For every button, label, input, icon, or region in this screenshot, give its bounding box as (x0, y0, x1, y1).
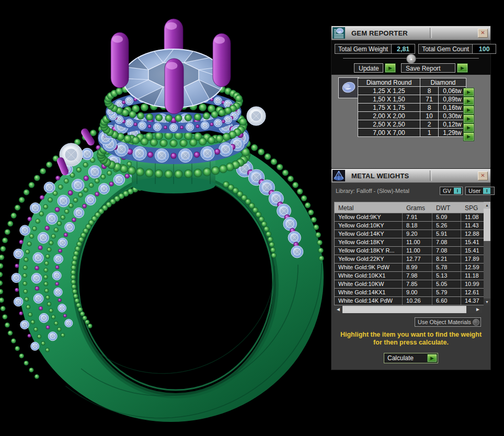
gem-reporter-icon (331, 26, 346, 40)
horizontal-scrollbar[interactable]: ◄ ► (334, 306, 482, 313)
save-report-run-button[interactable]: ▶ (457, 63, 468, 73)
titlebar-groove (430, 170, 432, 181)
gem-row-select-button[interactable]: ▶ (463, 123, 474, 132)
horizontal-scroll-thumb[interactable] (342, 306, 466, 313)
gem-table-row[interactable]: 7,00 X 7,0011,29tw (358, 129, 466, 137)
gem-row-select-button[interactable]: ▶ (463, 114, 474, 123)
gem-row-select-button[interactable]: ▶ (463, 97, 474, 106)
gem-row-select-button[interactable]: ▶ (463, 88, 474, 97)
user-toggle-button[interactable]: User I (465, 187, 495, 195)
total-gem-count-value: 100 (472, 44, 496, 53)
gem-reporter-title: GEM REPORTER (346, 26, 478, 40)
gem-table-row[interactable]: 1,25 X 1,2580,06tw (358, 87, 466, 95)
gem-table-row[interactable]: 2,00 X 2,00100,30tw (358, 112, 466, 120)
save-report-button[interactable]: Save Report (401, 63, 455, 73)
metal-table-row[interactable]: Yellow Gold:9KY7.915.0911.08 (335, 213, 488, 222)
gem-table-row[interactable]: 1,50 X 1,50710,89tw (358, 95, 466, 104)
calculate-hint-text: Highlight the item you want to find the … (331, 331, 490, 347)
total-gem-weight-label: Total Gem Weight (335, 44, 391, 53)
scroll-right-icon[interactable]: ► (474, 306, 482, 313)
use-object-materials-button[interactable]: Use Object Materials (415, 317, 481, 327)
total-gem-weight-group: Total Gem Weight 2,81 (335, 44, 415, 54)
library-row: Library: Falloff - (Slow)-Metal GV I Use… (331, 183, 490, 199)
metal-table-header[interactable]: Metal Grams DWT SPG (334, 202, 489, 213)
gem-thumbnail[interactable] (338, 77, 359, 98)
calculate-run-icon: ▶ (427, 354, 437, 362)
scroll-up-icon[interactable]: ▲ (484, 202, 490, 209)
gem-row-select-button[interactable]: ▶ (463, 132, 474, 141)
gv-toggle-state: I (454, 188, 461, 194)
metal-table-row[interactable]: White Gold:10KW7.855.0510.99 (335, 280, 488, 289)
metal-weights-title: METAL WEIGHTS (346, 169, 478, 182)
calculate-button[interactable]: Calculate ▶ (384, 353, 438, 363)
library-label: Library: Falloff - (Slow)-Metal (336, 188, 409, 194)
metal-weights-panel: METAL WEIGHTS ✕ Library: Falloff - (Slow… (331, 168, 491, 370)
gem-row-select-button[interactable]: ▶ (463, 106, 474, 114)
gem-reporter-summary: Total Gem Weight 2,81 Total Gem Count 10… (331, 40, 490, 75)
metal-table-row[interactable]: White Gold:9K PdW8.995.7812.59 (335, 263, 488, 272)
user-toggle-state: I (483, 188, 490, 194)
gem-col-header-material: Diamond (420, 78, 466, 87)
update-run-button[interactable]: ▶ (385, 63, 396, 73)
gem-table: Diamond Round Diamond 1,25 X 1,2580,06tw… (358, 78, 466, 137)
metal-table-row[interactable]: Yellow Gold:10KY8.185.2611.43 (335, 222, 488, 230)
titlebar-groove (430, 28, 432, 38)
gv-toggle-button[interactable]: GV I (440, 187, 463, 195)
total-gem-weight-value: 2,81 (391, 44, 415, 53)
metal-weights-icon (331, 169, 346, 182)
total-gem-count-label: Total Gem Count (419, 44, 472, 53)
scroll-left-icon[interactable]: ◄ (334, 306, 342, 313)
metal-table-row[interactable]: Yellow Gold:22KY12.778.2117.89 (335, 255, 488, 263)
metal-table: Metal Grams DWT SPG Yellow Gold:9KY7.915… (334, 202, 489, 305)
metal-table-row[interactable]: White Gold:14KX19.005.7912.61 (335, 289, 488, 297)
metal-weights-titlebar[interactable]: METAL WEIGHTS ✕ (331, 169, 490, 183)
vertical-scroll-thumb[interactable] (484, 209, 490, 241)
gem-table-row[interactable]: 2,50 X 2,5020,12tw (358, 120, 466, 129)
gem-reporter-titlebar[interactable]: GEM REPORTER ✕ (331, 26, 490, 40)
gem-reporter-panel: GEM REPORTER ✕ Total Gem Weight 2,81 Tot… (331, 26, 491, 167)
metal-table-row[interactable]: Yellow Gold:18KY11.007.0815.41 (335, 238, 488, 247)
metal-weights-close-button[interactable]: ✕ (478, 171, 488, 180)
metal-table-row[interactable]: White Gold:10KX17.985.1311.18 (335, 272, 488, 280)
metal-table-row[interactable]: Yellow Gold:14KY9.205.9112.88 (335, 230, 488, 238)
metal-table-row[interactable]: White Gold:14K PdW10.266.6014.37 (335, 297, 488, 305)
gem-col-header-type: Diamond Round (358, 78, 420, 87)
gem-table-zone: Diamond Round Diamond 1,25 X 1,2580,06tw… (331, 75, 490, 168)
update-button[interactable]: Update (354, 63, 383, 73)
metal-table-row[interactable]: Yellow Gold:18KY R...11.007.0815.41 (335, 247, 488, 255)
gem-table-row[interactable]: 1,75 X 1,7580,16tw (358, 104, 466, 112)
collapse-toggle-button[interactable]: ▲ (406, 54, 416, 64)
vertical-scrollbar[interactable]: ▲ ▼ (484, 202, 490, 305)
gem-reporter-close-button[interactable]: ✕ (478, 29, 488, 38)
scroll-down-icon[interactable]: ▼ (484, 299, 490, 305)
total-gem-count-group: Total Gem Count 100 (418, 44, 496, 54)
radio-circle-icon (473, 319, 479, 326)
